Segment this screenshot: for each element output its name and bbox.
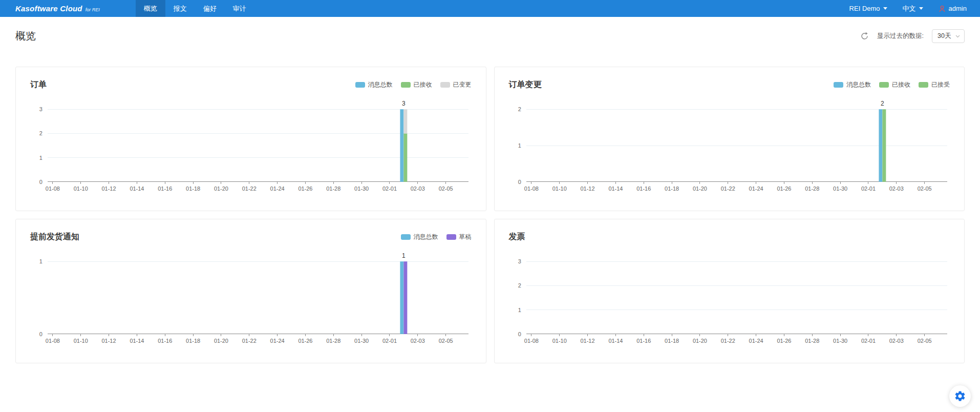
- legend-swatch: [446, 234, 456, 240]
- brand-name: Kasoftware Cloud: [15, 4, 82, 13]
- svg-text:02-03: 02-03: [889, 186, 903, 192]
- svg-text:01-14: 01-14: [130, 186, 144, 192]
- svg-text:01-18: 01-18: [186, 186, 200, 192]
- tab-overview[interactable]: 概览: [136, 0, 165, 17]
- svg-text:01-22: 01-22: [720, 338, 735, 344]
- legend-label: 已变更: [453, 80, 472, 89]
- legend-label: 已接收: [414, 80, 432, 89]
- username: admin: [949, 5, 967, 12]
- svg-text:01-08: 01-08: [524, 186, 538, 192]
- legend-item-received[interactable]: 已接收: [879, 80, 910, 89]
- svg-text:02-01: 02-01: [382, 338, 397, 344]
- legend-item-changed[interactable]: 已变更: [440, 80, 472, 89]
- settings-fab[interactable]: [949, 385, 971, 407]
- period-select-value: 30天: [938, 32, 951, 40]
- svg-text:0: 0: [518, 331, 521, 337]
- svg-text:3: 3: [402, 100, 406, 107]
- legend-item-total[interactable]: 消息总数: [401, 233, 438, 241]
- svg-text:01-24: 01-24: [270, 186, 285, 192]
- svg-text:01-16: 01-16: [158, 338, 172, 344]
- svg-text:01-30: 01-30: [833, 338, 847, 344]
- nav-tabs: 概览报文偏好审计: [136, 0, 254, 17]
- svg-text:01-10: 01-10: [74, 186, 88, 192]
- page-header: 概览 显示过去的数据: 30天: [15, 17, 965, 55]
- language-dropdown-label: 中文: [903, 4, 916, 13]
- svg-text:01-22: 01-22: [720, 186, 735, 192]
- legend-swatch: [879, 82, 889, 88]
- svg-text:01-16: 01-16: [636, 338, 651, 344]
- svg-text:01-24: 01-24: [270, 338, 285, 344]
- legend-item-total[interactable]: 消息总数: [355, 80, 393, 89]
- tab-audit[interactable]: 审计: [225, 0, 254, 17]
- legend-item-received[interactable]: 已接收: [401, 80, 432, 89]
- chevron-down-icon: [955, 33, 961, 39]
- legend-item-total[interactable]: 消息总数: [834, 80, 871, 89]
- chart-card-header: 订单 消息总数已接收已变更: [30, 78, 472, 91]
- legend-label: 消息总数: [414, 233, 438, 241]
- svg-text:01-08: 01-08: [46, 186, 60, 192]
- org-dropdown[interactable]: REI Demo: [849, 5, 887, 12]
- advance-ship-notice-chart: 0101-0801-1001-1201-1401-1601-1801-2001-…: [30, 248, 472, 354]
- svg-text:01-18: 01-18: [665, 338, 679, 344]
- svg-text:02-05: 02-05: [917, 186, 931, 192]
- period-select[interactable]: 30天: [932, 29, 965, 43]
- bar-segment: [403, 261, 407, 334]
- charts-grid: 订单 消息总数已接收已变更 012301-0801-1001-1201-1401…: [15, 67, 965, 363]
- svg-text:0: 0: [518, 179, 521, 185]
- orders-chart: 012301-0801-1001-1201-1401-1601-1801-200…: [30, 96, 472, 201]
- svg-text:01-26: 01-26: [298, 338, 312, 344]
- svg-text:01-12: 01-12: [580, 186, 594, 192]
- bar-segment: [879, 109, 882, 182]
- svg-text:2: 2: [39, 130, 42, 136]
- svg-text:01-26: 01-26: [298, 186, 312, 192]
- refresh-icon: [860, 32, 869, 40]
- chart-legend: 消息总数已接收已变更: [355, 80, 472, 89]
- svg-text:1: 1: [518, 142, 521, 149]
- svg-text:01-20: 01-20: [214, 186, 228, 192]
- svg-text:2: 2: [881, 100, 884, 107]
- chart-title: 提前发货通知: [30, 232, 79, 242]
- svg-text:01-10: 01-10: [74, 338, 88, 344]
- svg-text:1: 1: [39, 258, 42, 264]
- legend-label: 草稿: [459, 233, 472, 241]
- header-controls: 显示过去的数据: 30天: [860, 29, 965, 43]
- legend-label: 消息总数: [368, 80, 393, 89]
- svg-text:01-26: 01-26: [777, 338, 791, 344]
- navbar: Kasoftware Cloud for REI 概览报文偏好审计 REI De…: [0, 0, 980, 17]
- org-dropdown-label: REI Demo: [849, 5, 880, 12]
- svg-text:02-03: 02-03: [411, 338, 425, 344]
- svg-text:01-30: 01-30: [354, 186, 369, 192]
- legend-item-draft[interactable]: 草稿: [446, 233, 472, 241]
- chart-card-advance-ship-notice: 提前发货通知 消息总数草稿 0101-0801-1001-1201-1401-1…: [15, 219, 486, 363]
- brand-logo[interactable]: Kasoftware Cloud for REI: [15, 4, 100, 13]
- svg-text:02-03: 02-03: [411, 186, 425, 192]
- svg-text:2: 2: [518, 106, 521, 112]
- legend-item-accepted[interactable]: 已接受: [919, 80, 950, 89]
- bar-segment: [400, 109, 403, 182]
- refresh-button[interactable]: [860, 32, 869, 40]
- svg-text:01-08: 01-08: [524, 338, 538, 344]
- svg-text:01-14: 01-14: [130, 338, 144, 344]
- chevron-down-icon: [919, 7, 923, 10]
- tab-messages[interactable]: 报文: [165, 0, 195, 17]
- order-changes-chart: 01201-0801-1001-1201-1401-1601-1801-2001…: [509, 96, 950, 201]
- svg-text:1: 1: [518, 307, 521, 313]
- chart-card-header: 提前发货通知 消息总数草稿: [30, 231, 472, 243]
- svg-text:02-01: 02-01: [861, 186, 875, 192]
- svg-text:0: 0: [39, 331, 42, 337]
- user-menu[interactable]: admin: [939, 5, 967, 12]
- bar-segment: [400, 261, 403, 334]
- svg-text:02-01: 02-01: [861, 338, 875, 344]
- tab-preferences[interactable]: 偏好: [195, 0, 225, 17]
- legend-label: 已接受: [931, 80, 950, 89]
- legend-swatch: [440, 82, 450, 88]
- chart-title: 订单变更: [509, 79, 542, 90]
- svg-text:3: 3: [518, 258, 521, 264]
- svg-text:01-14: 01-14: [608, 186, 623, 192]
- svg-text:0: 0: [39, 179, 42, 185]
- language-dropdown[interactable]: 中文: [903, 4, 923, 13]
- svg-text:01-20: 01-20: [692, 186, 707, 192]
- filter-label: 显示过去的数据:: [877, 32, 924, 40]
- svg-text:01-10: 01-10: [552, 338, 566, 344]
- svg-text:01-16: 01-16: [158, 186, 172, 192]
